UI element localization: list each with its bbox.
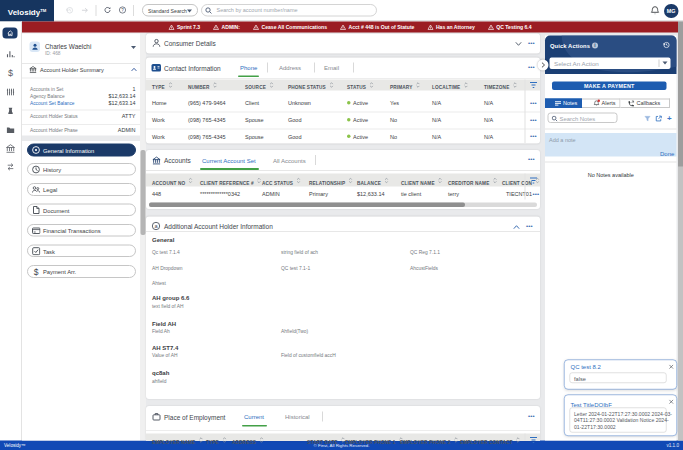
svg-text:$: $	[34, 267, 39, 276]
svg-text:i: i	[594, 43, 595, 48]
svg-text:$: $	[8, 68, 13, 78]
svg-text:a: a	[154, 223, 158, 229]
svg-text:?: ?	[121, 8, 124, 13]
